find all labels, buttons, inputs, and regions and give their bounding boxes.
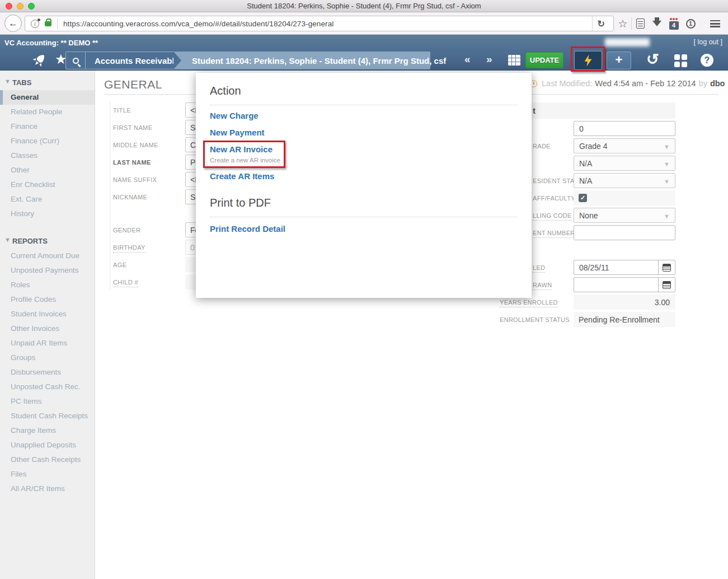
- sidebar-report-item[interactable]: Roles: [0, 278, 95, 292]
- field-label: NAME SUFFIX: [110, 176, 185, 183]
- sidebar-report-label: PC Items: [11, 397, 42, 405]
- lock-icon: [45, 21, 51, 26]
- sidebar-report-label: Groups: [11, 353, 35, 362]
- sidebar-tab-item[interactable]: Enr Checklist: [0, 178, 95, 192]
- sidebar-tabs-list: General Related People Finance Finance (…: [0, 90, 95, 221]
- sidebar-report-item[interactable]: Other Cash Receipts: [0, 452, 95, 467]
- popover-divider: [210, 105, 518, 105]
- downloads-button[interactable]: [649, 12, 665, 35]
- back-button[interactable]: ←: [4, 15, 22, 32]
- sidebar-reports-header[interactable]: ▼REPORTS: [4, 237, 95, 245]
- update-button[interactable]: UPDATE: [525, 52, 563, 68]
- sidebar-tab-item[interactable]: Ext. Care: [0, 192, 95, 207]
- traffic-lights: [6, 3, 35, 10]
- sidebar-tab-item[interactable]: Finance: [0, 119, 95, 134]
- bookmark-star-icon: ☆: [618, 17, 627, 30]
- sidebar-report-item[interactable]: PC Items: [0, 394, 95, 409]
- sidebar-report-item[interactable]: Student Invoices: [0, 307, 95, 321]
- field-label: TITLE: [110, 107, 185, 114]
- sidebar-tab-label: Enr Checklist: [11, 180, 55, 189]
- enrolled-date-input[interactable]: 08/25/11: [574, 260, 675, 275]
- browser-toolbar: ← i https://accounting.veracross.com/vca…: [0, 12, 728, 35]
- sidebar-report-item[interactable]: All AR/CR Items: [0, 482, 95, 496]
- sidebar-report-item[interactable]: Charge Items: [0, 423, 95, 438]
- breadcrumb[interactable]: Accounts Receivable: [86, 52, 187, 69]
- action-menu-link[interactable]: New Payment: [210, 128, 265, 137]
- url-text[interactable]: https://accounting.veracross.com/vca_dem…: [63, 20, 334, 28]
- close-window-icon[interactable]: [6, 3, 12, 10]
- logout-link[interactable]: [ log out ]: [694, 38, 722, 46]
- billing-select[interactable]: None▼: [574, 208, 675, 223]
- pocket-button[interactable]: 1: [682, 12, 699, 35]
- sidebar-report-label: Student Invoices: [11, 310, 67, 318]
- sidebar-report-item[interactable]: Other Invoices: [0, 321, 95, 336]
- count-input[interactable]: 0: [574, 121, 675, 136]
- sidebar-tab-item[interactable]: Other: [0, 163, 95, 178]
- grade-select[interactable]: Grade 4▼: [574, 138, 675, 153]
- field-label: LAST NAME: [110, 159, 185, 166]
- extension-icon: 4: [669, 21, 679, 30]
- last-modified-row: Last Modified: Wed 4:54 am - Feb 12 2014…: [530, 79, 728, 88]
- staff-checkbox[interactable]: ✓: [579, 194, 587, 202]
- help-icon[interactable]: ?: [701, 54, 713, 67]
- url-bar[interactable]: i https://accounting.veracross.com/vca_d…: [25, 16, 614, 31]
- withdrawn-date-input[interactable]: [574, 277, 675, 292]
- reload-button[interactable]: ↻: [592, 16, 610, 31]
- field-label: MIDDLE NAME: [110, 142, 185, 148]
- sidebar-report-item[interactable]: Unpaid AR Items: [0, 336, 95, 351]
- blank-select[interactable]: N/A▼: [574, 156, 675, 171]
- action-menu-link[interactable]: New Charge: [210, 111, 259, 120]
- apps-icon[interactable]: [674, 54, 687, 67]
- sidebar-tab-label: History: [11, 209, 34, 218]
- reading-list-button[interactable]: [632, 12, 649, 35]
- sidebar-report-label: Other Invoices: [11, 324, 59, 333]
- sidebar-report-item[interactable]: Unposted Payments: [0, 263, 95, 278]
- breadcrumb-bar: Accounts Receivable: [65, 52, 187, 69]
- field-label: NICKNAME: [110, 194, 185, 200]
- calendar-button[interactable]: [658, 260, 675, 274]
- status-value: Pending Re-Enrollment: [574, 312, 675, 327]
- highlight-box-actions-button: [571, 46, 605, 72]
- print-menu-link[interactable]: Print Record Detail: [210, 224, 285, 234]
- sidebar-tab-label: Related People: [11, 108, 62, 116]
- sidebar-report-item[interactable]: Unapplied Deposits: [0, 438, 95, 452]
- last-modified-value: Wed 4:54 am - Feb 12 2014: [595, 79, 696, 88]
- extension-button[interactable]: 4: [665, 12, 682, 35]
- bookmark-star-button[interactable]: ☆: [614, 12, 631, 35]
- next-record-button[interactable]: »: [486, 53, 492, 66]
- sidebar-report-item[interactable]: Student Cash Receipts: [0, 409, 95, 423]
- sidebar-report-item[interactable]: Disbursements: [0, 365, 95, 380]
- calendar-button[interactable]: [658, 278, 675, 292]
- minimize-window-icon[interactable]: [17, 3, 24, 10]
- action-menu-link[interactable]: New AR Invoice: [210, 144, 273, 154]
- history-icon[interactable]: ↺: [646, 50, 659, 68]
- sidebar-report-item[interactable]: Unposted Cash Rec.: [0, 380, 95, 394]
- prev-record-button[interactable]: «: [464, 53, 471, 66]
- sidebar-tab-item[interactable]: Classes: [0, 148, 95, 163]
- resident-select[interactable]: N/A▼: [574, 173, 675, 188]
- search-button[interactable]: [66, 52, 86, 69]
- grid-view-icon[interactable]: [508, 55, 520, 66]
- sidebar-report-item[interactable]: Groups: [0, 351, 95, 365]
- sidebar-tab-item[interactable]: Related People: [0, 105, 95, 119]
- sidebar-report-label: Profile Codes: [11, 295, 56, 303]
- sidebar-report-label: Unapplied Deposits: [11, 441, 76, 449]
- info-icon[interactable]: i: [31, 20, 39, 28]
- sidebar-report-item[interactable]: Files: [0, 467, 95, 482]
- sidebar-report-label: Student Cash Receipts: [11, 412, 88, 420]
- sidebar-reports-list: Current Amount Due Unposted Payments Rol…: [0, 249, 95, 496]
- sidebar-tabs-header[interactable]: ▼TABS: [4, 78, 95, 87]
- sidebar-report-item[interactable]: Profile Codes: [0, 292, 95, 307]
- zoom-window-icon[interactable]: [28, 3, 35, 10]
- number-input[interactable]: [574, 225, 675, 240]
- sidebar-tab-item[interactable]: History: [0, 207, 95, 221]
- sidebar-tab-item[interactable]: Finance (Curr): [0, 134, 95, 148]
- sidebar-report-item[interactable]: Current Amount Due: [0, 249, 95, 263]
- action-menu-link[interactable]: Create AR Items: [210, 171, 274, 181]
- add-button[interactable]: +: [607, 52, 631, 69]
- field-label: AGE: [110, 262, 185, 268]
- print-heading: Print to PDF: [210, 197, 518, 209]
- menu-button[interactable]: [707, 12, 724, 35]
- sidebar-tab-item[interactable]: General: [0, 90, 95, 105]
- sidebar: ▼TABS General Related People Finance Fin…: [0, 71, 95, 579]
